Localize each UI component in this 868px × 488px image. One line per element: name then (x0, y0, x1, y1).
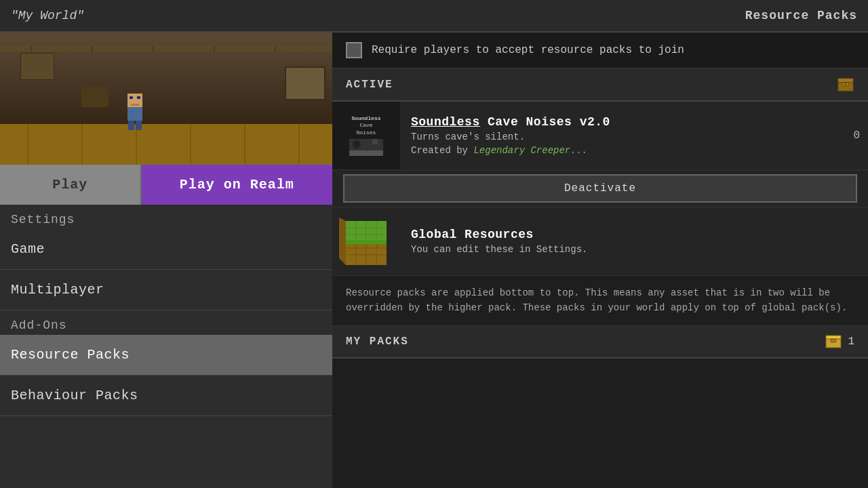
pack-icon (825, 333, 842, 350)
svg-rect-3 (844, 83, 847, 85)
require-label: Require players to accept resource packs… (372, 44, 684, 56)
svg-rect-19 (826, 336, 841, 339)
svg-rect-20 (831, 339, 836, 342)
soundless-pack-right: 0 (845, 102, 868, 169)
main-content: Play Play on Realm Settings Game Multipl… (0, 33, 868, 488)
world-bg (0, 33, 332, 165)
left-panel: Play Play on Realm Settings Game Multipl… (0, 33, 332, 488)
page-title: Resource Packs (745, 9, 857, 22)
global-pack-info: Global Resources You can edit these in S… (400, 207, 868, 275)
require-row: Require players to accept resource packs… (332, 33, 868, 69)
left-nav: Settings Game Multiplayer Add-Ons Resour… (0, 205, 332, 488)
grass-block-icon (336, 211, 397, 272)
sidebar-item-game[interactable]: Game (0, 229, 332, 270)
soundless-thumbnail: Soundless Cave Noises (332, 102, 400, 169)
global-pack-desc: You can edit these in Settings. (411, 244, 857, 255)
my-packs-count: 1 (848, 336, 854, 348)
char-leg-left (128, 121, 134, 130)
addons-section-label: Add-Ons (0, 310, 332, 335)
pack-list: Soundless Cave Noises Soundless Cave Noi (332, 102, 868, 488)
svg-rect-1 (838, 79, 853, 83)
world-preview (0, 33, 332, 165)
soundless-pack-author: Created by Legendary Creeper... (411, 145, 834, 156)
info-text: Resource packs are applied bottom to top… (332, 276, 868, 326)
deactivate-row: Deactivate (332, 170, 868, 207)
global-pack-item[interactable]: Global Resources You can edit these in S… (332, 207, 868, 276)
my-packs-header: MY PACKS 1 (332, 326, 868, 359)
chest-icon (837, 76, 854, 94)
active-label: ACTIVE (346, 79, 393, 91)
sidebar-item-multiplayer[interactable]: Multiplayer (0, 270, 332, 310)
soundless-pack-item[interactable]: Soundless Cave Noises Soundless Cave Noi (332, 102, 868, 170)
top-bar: "My World" Resource Packs (0, 0, 868, 33)
soundless-pack-desc: Turns cave's silent. (411, 131, 834, 142)
author-link[interactable]: Legendary Creeper... (473, 145, 587, 156)
play-button[interactable]: Play (0, 165, 142, 205)
require-checkbox[interactable] (346, 42, 362, 58)
active-section-header: ACTIVE (332, 69, 868, 102)
character (125, 94, 144, 127)
right-panel: Require players to accept resource packs… (332, 33, 868, 488)
soundless-pack-info: Soundless Cave Noises v2.0 Turns cave's … (400, 102, 845, 169)
sidebar-item-behaviour-packs[interactable]: Behaviour Packs (0, 375, 332, 416)
soundless-thumb-image: Soundless Cave Noises (332, 102, 400, 169)
svg-rect-17 (346, 240, 387, 244)
my-packs-right: 1 (825, 333, 854, 350)
global-thumbnail (332, 207, 400, 275)
deactivate-button[interactable]: Deactivate (343, 174, 857, 203)
char-head (127, 94, 142, 107)
global-pack-name: Global Resources (411, 228, 857, 241)
world-title: "My World" (11, 9, 84, 22)
char-legs (125, 121, 144, 130)
char-leg-right (136, 121, 142, 130)
char-body (127, 107, 142, 121)
svg-marker-6 (339, 218, 346, 265)
sidebar-item-resource-packs[interactable]: Resource Packs (0, 335, 332, 375)
settings-section-label: Settings (0, 205, 332, 229)
my-packs-label: MY PACKS (346, 336, 409, 348)
action-buttons: Play Play on Realm (0, 165, 332, 205)
soundless-pack-name: Soundless Cave Noises v2.0 (411, 115, 834, 129)
floor (0, 124, 332, 165)
play-realm-button[interactable]: Play on Realm (142, 165, 332, 205)
